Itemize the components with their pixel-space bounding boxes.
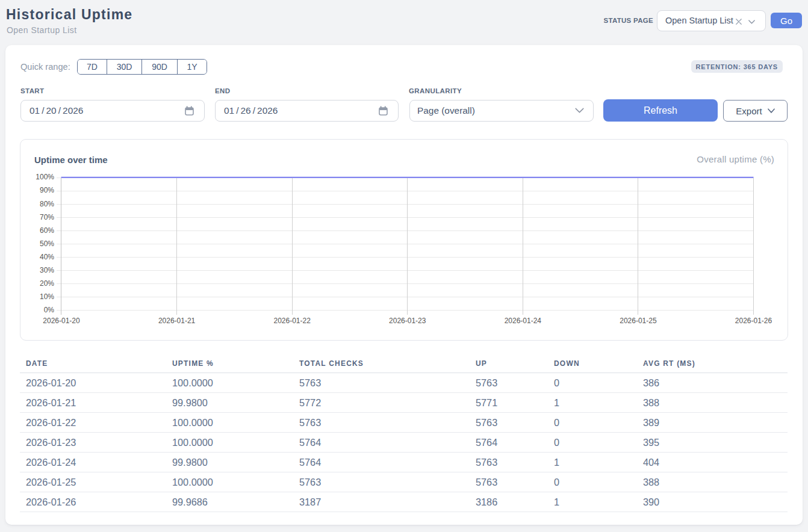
svg-text:60%: 60% [40,226,54,235]
svg-text:2026-01-25: 2026-01-25 [620,317,657,325]
svg-text:70%: 70% [40,213,54,221]
svg-text:10%: 10% [40,292,54,301]
svg-text:50%: 50% [40,240,54,248]
svg-text:90%: 90% [40,186,54,194]
svg-text:20%: 20% [40,279,54,288]
svg-text:30%: 30% [40,266,54,274]
svg-text:2026-01-26: 2026-01-26 [735,317,772,325]
svg-text:100%: 100% [36,173,54,181]
svg-text:2026-01-21: 2026-01-21 [158,317,196,325]
svg-text:2026-01-20: 2026-01-20 [43,317,80,325]
svg-text:2026-01-22: 2026-01-22 [273,317,311,325]
svg-text:0%: 0% [44,306,55,314]
svg-text:2026-01-23: 2026-01-23 [389,317,426,325]
svg-text:2026-01-24: 2026-01-24 [505,317,542,325]
svg-text:40%: 40% [40,253,54,261]
svg-text:80%: 80% [40,200,54,208]
